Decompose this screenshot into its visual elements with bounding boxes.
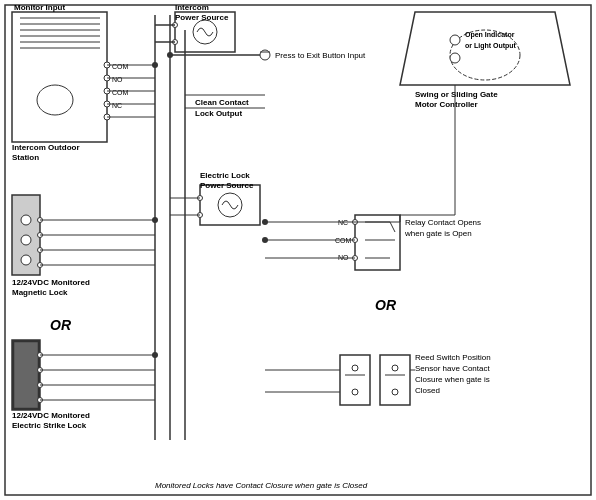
svg-rect-65 <box>380 355 410 405</box>
svg-point-68 <box>392 365 398 371</box>
svg-point-67 <box>352 389 358 395</box>
svg-text:Power Source: Power Source <box>175 13 229 22</box>
swing-gate-label2: Motor Controller <box>415 100 478 109</box>
svg-text:Open Indicator: Open Indicator <box>465 31 515 39</box>
swing-gate-label: Swing or Sliding Gate <box>415 90 498 99</box>
or-label-2: OR <box>375 297 397 313</box>
magnetic-lock-label2: Magnetic Lock <box>12 288 68 297</box>
svg-point-50 <box>450 53 460 63</box>
reed-switch-label2: Sensor have Contact <box>415 364 490 373</box>
svg-text:NC: NC <box>112 102 122 109</box>
svg-point-103 <box>152 217 158 223</box>
svg-point-104 <box>152 352 158 358</box>
svg-point-106 <box>262 237 268 243</box>
svg-text:Electric Lock: Electric Lock <box>200 171 250 180</box>
electric-strike-label2: Electric Strike Lock <box>12 421 87 430</box>
diagram-container: COM NO COM NC Monitor Input Intercom Out… <box>0 0 596 500</box>
svg-rect-2 <box>12 12 107 142</box>
magnetic-lock-label: 12/24VDC Monitored <box>12 278 90 287</box>
reed-switch-label4: Closed <box>415 386 440 395</box>
svg-point-66 <box>352 365 358 371</box>
svg-point-69 <box>392 389 398 395</box>
intercom-outdoor-label: Intercom Outdoor <box>12 143 80 152</box>
svg-point-36 <box>21 255 31 265</box>
clean-contact-label2: Lock Output <box>195 109 242 118</box>
svg-point-35 <box>21 235 31 245</box>
relay-contact-label: Relay Contact Opens <box>405 218 481 227</box>
relay-contact-label2: when gate is Open <box>404 229 472 238</box>
monitored-locks-label: Monitored Locks have Contact Closure whe… <box>155 481 368 490</box>
svg-point-101 <box>152 62 158 68</box>
electric-strike-label: 12/24VDC Monitored <box>12 411 90 420</box>
monitor-input-label: Monitor Input <box>14 3 65 12</box>
svg-point-102 <box>167 52 173 58</box>
intercom-outdoor-label2: Station <box>12 153 39 162</box>
svg-text:COM: COM <box>112 89 129 96</box>
clean-contact-label: Clean Contact <box>195 98 249 107</box>
reed-switch-label: Reed Switch Position <box>415 353 491 362</box>
reed-switch-label3: Closure when gate is <box>415 375 490 384</box>
svg-point-105 <box>262 219 268 225</box>
svg-point-34 <box>21 215 31 225</box>
svg-text:or Light Output: or Light Output <box>465 42 517 50</box>
svg-point-49 <box>450 35 460 45</box>
svg-text:NO: NO <box>112 76 123 83</box>
svg-rect-53 <box>355 215 400 270</box>
svg-rect-64 <box>340 355 370 405</box>
svg-text:COM: COM <box>112 63 129 70</box>
svg-rect-42 <box>14 342 38 408</box>
press-to-exit-label: Press to Exit Button Input <box>275 51 366 60</box>
svg-text:Intercom: Intercom <box>175 3 209 12</box>
svg-text:Power Source: Power Source <box>200 181 254 190</box>
or-label-1: OR <box>50 317 72 333</box>
